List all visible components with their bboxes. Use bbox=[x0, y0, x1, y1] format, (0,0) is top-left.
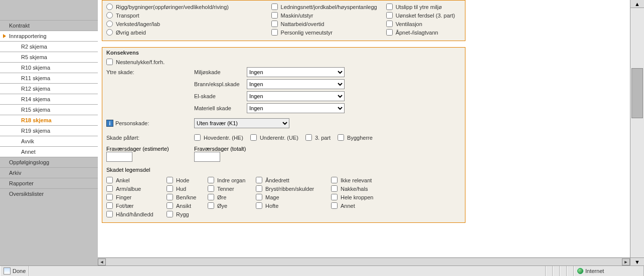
nav-item-16[interactable]: Oversiktslister bbox=[0, 188, 98, 199]
bodypart-row[interactable]: Tenner bbox=[208, 184, 251, 193]
activity-checkbox[interactable] bbox=[271, 21, 278, 27]
content-scroll[interactable]: Rigg/bygninger(oppføringer/vedlikehold/r… bbox=[98, 0, 630, 257]
nav-item-2[interactable]: R2 skjema bbox=[0, 41, 98, 52]
bodypart-row[interactable]: Hud bbox=[167, 184, 203, 193]
bodypart-checkbox[interactable] bbox=[208, 202, 214, 209]
bodypart-row[interactable]: Finger bbox=[106, 193, 162, 201]
bodypart-checkbox[interactable] bbox=[167, 211, 173, 217]
nav-item-4[interactable]: R10 skjema bbox=[0, 62, 98, 73]
brann-select[interactable]: Ingen bbox=[247, 79, 345, 89]
paafort-checkbox[interactable] bbox=[338, 134, 344, 141]
paafort-checkbox[interactable] bbox=[305, 134, 312, 141]
activity-radio[interactable] bbox=[106, 12, 113, 19]
bodypart-row[interactable]: Ansikt bbox=[167, 201, 203, 210]
bodypart-checkbox[interactable] bbox=[106, 177, 113, 183]
nav-item-6[interactable]: R12 skjema bbox=[0, 83, 98, 94]
nav-item-3[interactable]: R5 skjema bbox=[0, 52, 98, 62]
activity-check-row[interactable]: Ledningsnett/jordkabel/høyspentanlegg bbox=[271, 3, 386, 11]
bodypart-row[interactable]: Annet bbox=[331, 201, 391, 210]
bodypart-checkbox[interactable] bbox=[208, 194, 214, 200]
activity-checkbox[interactable] bbox=[386, 21, 393, 27]
nav-item-15[interactable]: Rapporter bbox=[0, 178, 98, 188]
bodypart-checkbox[interactable] bbox=[167, 202, 173, 209]
activity-radio-row[interactable]: Rigg/bygninger(oppføringer/vedlikehold/r… bbox=[106, 3, 271, 11]
vertical-scrollbar[interactable]: ▲ ▼ bbox=[630, 0, 644, 265]
bodypart-row[interactable]: Fot/tær bbox=[106, 201, 162, 210]
bodypart-checkbox[interactable] bbox=[256, 202, 262, 209]
frav-tot-input[interactable] bbox=[194, 152, 220, 162]
bodypart-checkbox[interactable] bbox=[167, 185, 173, 192]
bodypart-row[interactable]: Ben/kne bbox=[167, 193, 203, 201]
nav-item-1[interactable]: Innrapportering bbox=[0, 31, 98, 41]
nav-item-14[interactable]: Arkiv bbox=[0, 167, 98, 178]
nav-item-9[interactable]: R18 skjema bbox=[0, 115, 98, 125]
nav-item-7[interactable]: R14 skjema bbox=[0, 94, 98, 104]
horizontal-scrollbar[interactable]: ◄ ► bbox=[98, 257, 630, 265]
nav-item-13[interactable]: Oppfølgingslogg bbox=[0, 157, 98, 167]
vscroll-thumb[interactable] bbox=[631, 68, 643, 118]
bodypart-row[interactable]: Arm/albue bbox=[106, 184, 162, 193]
nestenulykke-row[interactable]: Nestenulykke/f.forh. bbox=[106, 58, 461, 66]
bodypart-row[interactable]: Ankel bbox=[106, 176, 162, 184]
activity-radio[interactable] bbox=[106, 21, 113, 27]
paafort-option[interactable]: Byggherre bbox=[338, 133, 373, 142]
bodypart-checkbox[interactable] bbox=[106, 202, 113, 209]
frav-est-input[interactable] bbox=[106, 152, 132, 162]
bodypart-checkbox[interactable] bbox=[331, 177, 338, 183]
vscroll-track[interactable] bbox=[630, 8, 644, 257]
bodypart-row[interactable]: Øye bbox=[208, 201, 251, 210]
activity-radio-row[interactable]: Transport bbox=[106, 11, 271, 20]
bodypart-checkbox[interactable] bbox=[106, 185, 113, 192]
bodypart-checkbox[interactable] bbox=[106, 194, 113, 200]
activity-checkbox[interactable] bbox=[386, 12, 393, 19]
nav-item-0[interactable]: Kontrakt bbox=[0, 20, 98, 31]
vscroll-down-arrow[interactable]: ▼ bbox=[630, 257, 644, 265]
bodypart-row[interactable]: Hånd/håndledd bbox=[106, 210, 162, 218]
nav-item-8[interactable]: R15 skjema bbox=[0, 104, 98, 115]
bodypart-checkbox[interactable] bbox=[331, 194, 338, 200]
vscroll-up-arrow[interactable]: ▲ bbox=[630, 0, 644, 8]
bodypart-row[interactable]: Åndedrett bbox=[256, 176, 326, 184]
info-icon[interactable]: i bbox=[106, 120, 113, 127]
nav-item-10[interactable]: R19 skjema bbox=[0, 125, 98, 136]
paafort-option[interactable]: Hovedentr. (HE) bbox=[194, 133, 243, 142]
activity-radio-row[interactable]: Øvrig arbeid bbox=[106, 28, 271, 37]
bodypart-checkbox[interactable] bbox=[167, 177, 173, 183]
activity-radio[interactable] bbox=[106, 4, 113, 10]
paafort-option[interactable]: 3. part bbox=[305, 133, 331, 142]
bodypart-checkbox[interactable] bbox=[256, 177, 262, 183]
activity-checkbox[interactable] bbox=[271, 29, 278, 36]
activity-radio[interactable] bbox=[106, 29, 113, 36]
nav-item-11[interactable]: Avvik bbox=[0, 136, 98, 146]
bodypart-row[interactable]: Rygg bbox=[167, 210, 203, 218]
activity-check-row[interactable]: Personlig verneutstyr bbox=[271, 28, 386, 37]
personskade-select[interactable]: Uten fravær (K1) bbox=[194, 118, 289, 128]
bodypart-row[interactable]: Hode bbox=[167, 176, 203, 184]
bodypart-checkbox[interactable] bbox=[167, 194, 173, 200]
activity-check-row[interactable]: Åpnet-/islagtvann bbox=[386, 28, 461, 37]
activity-check-row[interactable]: Maskin/utstyr bbox=[271, 11, 386, 20]
activity-check-row[interactable]: Ventilasjon bbox=[386, 20, 461, 28]
bodypart-row[interactable]: Nakke/hals bbox=[331, 184, 391, 193]
bodypart-checkbox[interactable] bbox=[331, 185, 338, 192]
bodypart-checkbox[interactable] bbox=[106, 211, 113, 217]
paafort-checkbox[interactable] bbox=[194, 134, 201, 141]
bodypart-row[interactable]: Hofte bbox=[256, 201, 326, 210]
bodypart-row[interactable]: Hele kroppen bbox=[331, 193, 391, 201]
bodypart-row[interactable]: Indre organ bbox=[208, 176, 251, 184]
activity-check-row[interactable]: Utslipp til ytre miljø bbox=[386, 3, 461, 11]
bodypart-checkbox[interactable] bbox=[331, 202, 338, 209]
activity-checkbox[interactable] bbox=[386, 4, 393, 10]
activity-check-row[interactable]: Nattarbeid/overtid bbox=[271, 20, 386, 28]
bodypart-checkbox[interactable] bbox=[208, 185, 214, 192]
hscroll-right-arrow[interactable]: ► bbox=[622, 258, 630, 265]
bodypart-row[interactable]: Øre bbox=[208, 193, 251, 201]
hscroll-left-arrow[interactable]: ◄ bbox=[98, 258, 106, 265]
activity-radio-row[interactable]: Verksted/lager/lab bbox=[106, 20, 271, 28]
activity-check-row[interactable]: Uønsket ferdsel (3. part) bbox=[386, 11, 461, 20]
paafort-checkbox[interactable] bbox=[250, 134, 257, 141]
activity-checkbox[interactable] bbox=[271, 4, 278, 10]
paafort-option[interactable]: Underentr. (UE) bbox=[250, 133, 298, 142]
nav-item-5[interactable]: R11 skjema bbox=[0, 73, 98, 83]
materiell-select[interactable]: Ingen bbox=[247, 103, 345, 113]
